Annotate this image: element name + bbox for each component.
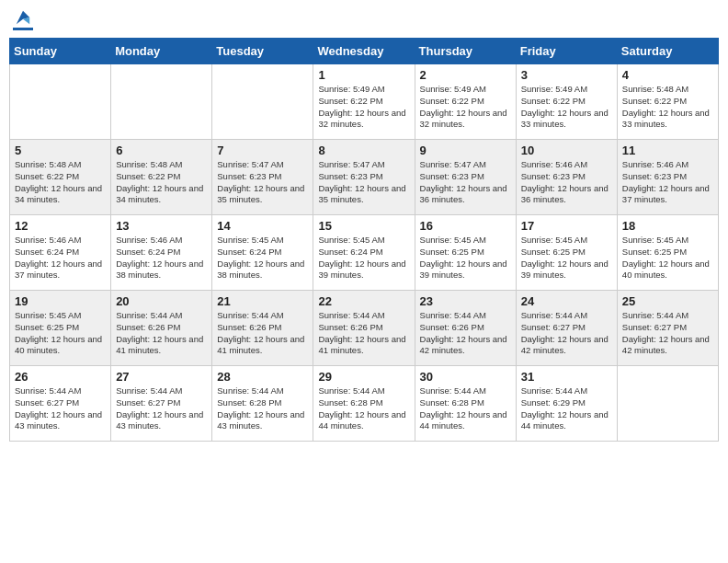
day-number: 15 <box>318 219 409 233</box>
day-info: Sunrise: 5:48 AM Sunset: 6:22 PM Dayligh… <box>622 84 713 131</box>
calendar-day-cell: 3Sunrise: 5:49 AM Sunset: 6:22 PM Daylig… <box>516 64 617 140</box>
calendar-day-cell: 11Sunrise: 5:46 AM Sunset: 6:23 PM Dayli… <box>617 140 718 215</box>
day-number: 1 <box>318 68 409 82</box>
calendar-day-cell: 16Sunrise: 5:45 AM Sunset: 6:25 PM Dayli… <box>415 215 516 291</box>
day-info: Sunrise: 5:46 AM Sunset: 6:24 PM Dayligh… <box>15 235 106 282</box>
day-number: 8 <box>318 144 409 157</box>
day-info: Sunrise: 5:45 AM Sunset: 6:25 PM Dayligh… <box>15 310 106 357</box>
calendar-day-cell: 19Sunrise: 5:45 AM Sunset: 6:25 PM Dayli… <box>10 291 111 366</box>
calendar-day-cell: 20Sunrise: 5:44 AM Sunset: 6:26 PM Dayli… <box>111 291 212 366</box>
calendar-day-cell: 13Sunrise: 5:46 AM Sunset: 6:24 PM Dayli… <box>111 215 212 291</box>
calendar-week-row: 19Sunrise: 5:45 AM Sunset: 6:25 PM Dayli… <box>10 291 719 366</box>
calendar-week-row: 5Sunrise: 5:48 AM Sunset: 6:22 PM Daylig… <box>10 140 719 215</box>
calendar-day-cell: 7Sunrise: 5:47 AM Sunset: 6:23 PM Daylig… <box>212 140 313 215</box>
day-info: Sunrise: 5:44 AM Sunset: 6:27 PM Dayligh… <box>521 310 612 357</box>
day-number: 25 <box>622 294 713 308</box>
day-number: 9 <box>420 144 511 157</box>
day-number: 7 <box>217 144 308 157</box>
calendar-day-cell: 14Sunrise: 5:45 AM Sunset: 6:24 PM Dayli… <box>212 215 313 291</box>
day-number: 12 <box>15 219 106 233</box>
day-number: 11 <box>622 144 713 157</box>
day-number: 6 <box>116 144 207 157</box>
day-number: 13 <box>116 219 207 233</box>
day-info: Sunrise: 5:44 AM Sunset: 6:26 PM Dayligh… <box>116 310 207 357</box>
day-info: Sunrise: 5:46 AM Sunset: 6:23 PM Dayligh… <box>521 159 612 206</box>
calendar-header-row: SundayMondayTuesdayWednesdayThursdayFrid… <box>10 39 719 64</box>
day-number: 26 <box>15 370 106 384</box>
page-header <box>9 9 719 30</box>
day-info: Sunrise: 5:47 AM Sunset: 6:23 PM Dayligh… <box>420 159 511 206</box>
day-info: Sunrise: 5:49 AM Sunset: 6:22 PM Dayligh… <box>521 84 612 131</box>
day-number: 31 <box>521 370 612 384</box>
day-number: 27 <box>116 370 207 384</box>
calendar-day-cell: 30Sunrise: 5:44 AM Sunset: 6:28 PM Dayli… <box>415 366 516 442</box>
day-info: Sunrise: 5:47 AM Sunset: 6:23 PM Dayligh… <box>217 159 308 206</box>
day-info: Sunrise: 5:46 AM Sunset: 6:23 PM Dayligh… <box>622 159 713 206</box>
day-number: 20 <box>116 294 207 308</box>
day-info: Sunrise: 5:48 AM Sunset: 6:22 PM Dayligh… <box>15 159 106 206</box>
calendar-day-cell: 9Sunrise: 5:47 AM Sunset: 6:23 PM Daylig… <box>415 140 516 215</box>
day-number: 24 <box>521 294 612 308</box>
weekday-header: Friday <box>516 39 617 64</box>
calendar-day-cell: 5Sunrise: 5:48 AM Sunset: 6:22 PM Daylig… <box>10 140 111 215</box>
day-info: Sunrise: 5:45 AM Sunset: 6:25 PM Dayligh… <box>622 235 713 282</box>
day-info: Sunrise: 5:44 AM Sunset: 6:28 PM Dayligh… <box>420 385 511 432</box>
calendar-day-cell: 6Sunrise: 5:48 AM Sunset: 6:22 PM Daylig… <box>111 140 212 215</box>
weekday-header: Thursday <box>415 39 516 64</box>
day-info: Sunrise: 5:44 AM Sunset: 6:26 PM Dayligh… <box>318 310 409 357</box>
calendar-day-cell: 2Sunrise: 5:49 AM Sunset: 6:22 PM Daylig… <box>415 64 516 140</box>
day-number: 29 <box>318 370 409 384</box>
day-info: Sunrise: 5:45 AM Sunset: 6:25 PM Dayligh… <box>521 235 612 282</box>
logo-icon <box>15 9 31 26</box>
day-number: 18 <box>622 219 713 233</box>
calendar-day-cell: 27Sunrise: 5:44 AM Sunset: 6:27 PM Dayli… <box>111 366 212 442</box>
day-number: 17 <box>521 219 612 233</box>
day-info: Sunrise: 5:46 AM Sunset: 6:24 PM Dayligh… <box>116 235 207 282</box>
day-info: Sunrise: 5:44 AM Sunset: 6:27 PM Dayligh… <box>116 385 207 432</box>
day-info: Sunrise: 5:48 AM Sunset: 6:22 PM Dayligh… <box>116 159 207 206</box>
calendar-day-cell: 12Sunrise: 5:46 AM Sunset: 6:24 PM Dayli… <box>10 215 111 291</box>
logo <box>13 9 33 30</box>
day-number: 16 <box>420 219 511 233</box>
calendar-day-cell: 10Sunrise: 5:46 AM Sunset: 6:23 PM Dayli… <box>516 140 617 215</box>
calendar-day-cell <box>10 64 111 140</box>
calendar-day-cell: 4Sunrise: 5:48 AM Sunset: 6:22 PM Daylig… <box>617 64 718 140</box>
day-info: Sunrise: 5:44 AM Sunset: 6:26 PM Dayligh… <box>217 310 308 357</box>
day-info: Sunrise: 5:47 AM Sunset: 6:23 PM Dayligh… <box>318 159 409 206</box>
day-number: 10 <box>521 144 612 157</box>
day-info: Sunrise: 5:44 AM Sunset: 6:29 PM Dayligh… <box>521 385 612 432</box>
calendar-day-cell: 21Sunrise: 5:44 AM Sunset: 6:26 PM Dayli… <box>212 291 313 366</box>
day-info: Sunrise: 5:49 AM Sunset: 6:22 PM Dayligh… <box>318 84 409 131</box>
weekday-header: Tuesday <box>212 39 313 64</box>
weekday-header: Sunday <box>10 39 111 64</box>
day-number: 22 <box>318 294 409 308</box>
calendar-week-row: 26Sunrise: 5:44 AM Sunset: 6:27 PM Dayli… <box>10 366 719 442</box>
day-info: Sunrise: 5:49 AM Sunset: 6:22 PM Dayligh… <box>420 84 511 131</box>
day-info: Sunrise: 5:44 AM Sunset: 6:28 PM Dayligh… <box>217 385 308 432</box>
calendar-table: SundayMondayTuesdayWednesdayThursdayFrid… <box>9 38 719 442</box>
calendar-day-cell: 31Sunrise: 5:44 AM Sunset: 6:29 PM Dayli… <box>516 366 617 442</box>
day-number: 3 <box>521 68 612 82</box>
day-info: Sunrise: 5:45 AM Sunset: 6:24 PM Dayligh… <box>318 235 409 282</box>
calendar-day-cell: 22Sunrise: 5:44 AM Sunset: 6:26 PM Dayli… <box>313 291 415 366</box>
day-number: 28 <box>217 370 308 384</box>
day-info: Sunrise: 5:45 AM Sunset: 6:25 PM Dayligh… <box>420 235 511 282</box>
calendar-day-cell: 25Sunrise: 5:44 AM Sunset: 6:27 PM Dayli… <box>617 291 718 366</box>
calendar-day-cell: 8Sunrise: 5:47 AM Sunset: 6:23 PM Daylig… <box>313 140 415 215</box>
calendar-day-cell: 24Sunrise: 5:44 AM Sunset: 6:27 PM Dayli… <box>516 291 617 366</box>
day-info: Sunrise: 5:44 AM Sunset: 6:26 PM Dayligh… <box>420 310 511 357</box>
calendar-day-cell: 18Sunrise: 5:45 AM Sunset: 6:25 PM Dayli… <box>617 215 718 291</box>
calendar-day-cell: 28Sunrise: 5:44 AM Sunset: 6:28 PM Dayli… <box>212 366 313 442</box>
calendar-day-cell: 15Sunrise: 5:45 AM Sunset: 6:24 PM Dayli… <box>313 215 415 291</box>
day-info: Sunrise: 5:44 AM Sunset: 6:27 PM Dayligh… <box>15 385 106 432</box>
day-number: 4 <box>622 68 713 82</box>
calendar-day-cell: 1Sunrise: 5:49 AM Sunset: 6:22 PM Daylig… <box>313 64 415 140</box>
calendar-week-row: 12Sunrise: 5:46 AM Sunset: 6:24 PM Dayli… <box>10 215 719 291</box>
day-number: 23 <box>420 294 511 308</box>
calendar-day-cell: 17Sunrise: 5:45 AM Sunset: 6:25 PM Dayli… <box>516 215 617 291</box>
day-info: Sunrise: 5:44 AM Sunset: 6:28 PM Dayligh… <box>318 385 409 432</box>
calendar-day-cell: 29Sunrise: 5:44 AM Sunset: 6:28 PM Dayli… <box>313 366 415 442</box>
calendar-day-cell <box>212 64 313 140</box>
day-number: 30 <box>420 370 511 384</box>
calendar-day-cell: 26Sunrise: 5:44 AM Sunset: 6:27 PM Dayli… <box>10 366 111 442</box>
